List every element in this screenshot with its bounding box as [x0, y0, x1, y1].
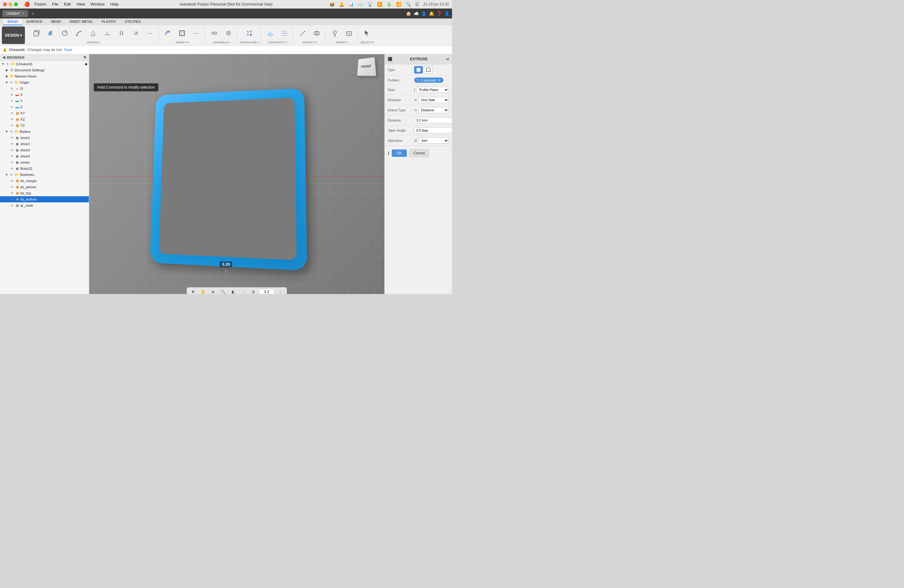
sidebar-item-bodies[interactable]: ▼ 👁 📁 Bodies — [0, 128, 89, 135]
viewport-display-icon[interactable]: ⬜ — [239, 289, 248, 294]
profiles-clear-icon[interactable]: ✕ — [438, 78, 441, 82]
sweep-tool[interactable] — [72, 27, 86, 41]
sidebar-item-ds-margin[interactable]: 👁 ▣ ds_margin — [0, 178, 89, 184]
viewport-zoom-icon[interactable]: 🔍 — [219, 289, 228, 294]
sidebar-item-qr-code[interactable]: 👁 ▣ qr_code — [0, 202, 89, 209]
tab-close-icon[interactable]: ✕ — [22, 12, 24, 15]
menu-help[interactable]: Help — [108, 1, 121, 7]
select-tool[interactable] — [360, 27, 374, 41]
shoe4-eye-icon[interactable]: 👁 — [10, 154, 14, 158]
offset-plane-tool[interactable] — [264, 27, 277, 41]
dimension-menu-icon[interactable]: ⋮ — [276, 289, 284, 294]
type-solid-button[interactable] — [414, 66, 423, 74]
viewport[interactable]: 3.20 ↑ Hold Command to modify selection … — [89, 54, 384, 294]
nav-cube-box[interactable]: FRONT — [357, 57, 376, 76]
assemble-label[interactable]: ASSEMBLE ▾ — [213, 41, 230, 44]
browser-settings-icon[interactable]: ⚙ — [83, 55, 86, 59]
sidebar-item-x[interactable]: 👁 ▬ X — [0, 92, 89, 98]
yz-eye-icon[interactable]: 👁 — [10, 123, 14, 128]
ok-button[interactable]: OK — [392, 149, 407, 157]
menu-file[interactable]: File — [49, 1, 61, 7]
save-link[interactable]: Save — [64, 47, 72, 52]
bodies-expand-icon[interactable]: ▼ — [5, 130, 9, 133]
panel-expand-icon[interactable]: ⇥ — [445, 57, 449, 62]
nav-cube[interactable]: FRONT — [357, 57, 381, 82]
xy-eye-icon[interactable]: 👁 — [10, 111, 14, 115]
extrude-tool[interactable] — [44, 27, 57, 41]
menu-fusion[interactable]: Fusion — [32, 1, 49, 7]
tab-home-icon[interactable]: 🏠 — [406, 11, 411, 16]
shoe3-eye-icon[interactable]: 👁 — [10, 148, 14, 152]
ds-top-eye-icon[interactable]: 👁 — [10, 191, 14, 195]
sketches-eye-icon[interactable]: 👁 — [9, 172, 14, 177]
tab-surface[interactable]: SURFACE — [22, 19, 47, 25]
doc-expand-icon[interactable]: ▶ — [5, 68, 9, 72]
body22-eye-icon[interactable]: 👁 — [10, 166, 14, 171]
sidebar-item-ds-top[interactable]: 👁 ▣ ds_top — [0, 190, 89, 196]
sidebar-item-shoe2[interactable]: 👁 ◼ shoe2 — [0, 141, 89, 147]
named-views-expand-icon[interactable]: ▶ — [5, 74, 9, 78]
viewport-rotate-icon[interactable]: ✋ — [199, 289, 207, 294]
close-button[interactable] — [3, 2, 7, 6]
insert-mesh-tool[interactable] — [328, 27, 341, 41]
traffic-lights[interactable] — [3, 2, 18, 6]
info-icon[interactable]: ℹ — [388, 151, 389, 156]
fillet-tool[interactable] — [161, 27, 175, 41]
control-center-icon[interactable]: ☰ — [415, 2, 419, 7]
motion-tool[interactable] — [222, 27, 235, 41]
sidebar-item-ds-pieces[interactable]: 👁 ▣ ds_pieces — [0, 184, 89, 190]
ds-bottom-eye-icon[interactable]: 👁 — [10, 197, 14, 201]
tab-user-icon[interactable]: 👤 — [421, 11, 427, 16]
root-eye-icon[interactable]: 👁 — [6, 62, 10, 66]
sidebar-item-shoe3[interactable]: 👁 ◼ shoe3 — [0, 147, 89, 153]
tab-cloud-icon[interactable]: ☁️ — [414, 11, 419, 16]
viewport-zoom-fit-icon[interactable]: ⊕ — [209, 289, 217, 294]
sidebar-item-named-views[interactable]: ▶ 📁 Named Views — [0, 73, 89, 79]
loft-tool[interactable] — [86, 27, 100, 41]
revolve-tool[interactable] — [58, 27, 72, 41]
rib-tool[interactable] — [101, 27, 114, 41]
x-eye-icon[interactable]: 👁 — [10, 93, 14, 97]
sidebar-item-shoe4[interactable]: 👁 ◼ shoe4 — [0, 153, 89, 159]
menu-edit[interactable]: Edit — [62, 1, 73, 7]
center-eye-icon[interactable]: 👁 — [10, 160, 14, 164]
sidebar-item-body22[interactable]: 👁 ◼ Body22 — [0, 166, 89, 172]
sidebar-item-center[interactable]: 👁 ◼ center — [0, 159, 89, 166]
type-surface-button[interactable] — [424, 66, 433, 74]
y-eye-icon[interactable]: 👁 — [10, 99, 14, 103]
sidebar-item-sketches[interactable]: ▼ 👁 📁 Sketches — [0, 172, 89, 178]
search-icon[interactable]: 🔍 — [406, 2, 411, 7]
tab-sheet-metal[interactable]: SHEET METAL — [65, 19, 98, 25]
ds-pieces-eye-icon[interactable]: 👁 — [10, 185, 14, 189]
z-eye-icon[interactable]: 👁 — [10, 105, 14, 109]
ds-margin-eye-icon[interactable]: 👁 — [10, 179, 14, 183]
sidebar-item-shoe1[interactable]: 👁 ◼ shoe1 — [0, 135, 89, 141]
sidebar-item-yz[interactable]: 👁 ▣ YZ — [0, 122, 89, 128]
taper-input[interactable] — [414, 127, 452, 133]
distance-input[interactable] — [414, 117, 452, 123]
construct-label[interactable]: CONSTRUCT ▾ — [267, 41, 287, 44]
modify-label[interactable]: MODIFY ▾ — [175, 41, 188, 44]
dimension-input-field[interactable] — [259, 289, 274, 294]
cancel-button[interactable]: Cancel — [409, 149, 428, 157]
box-tool[interactable] — [129, 27, 142, 41]
sidebar-item-doc-settings[interactable]: ▶ ⚙ Document Settings — [0, 67, 89, 73]
start-select[interactable]: Profile Plane — [416, 87, 449, 93]
xz-eye-icon[interactable]: 👁 — [10, 117, 14, 122]
apple-icon[interactable]: 🍎 — [24, 1, 30, 7]
more-create-tool[interactable]: ⋯ — [143, 27, 156, 41]
select-label[interactable]: SELECT ▾ — [361, 41, 374, 44]
menu-window[interactable]: Window — [88, 1, 107, 7]
extent-type-select[interactable]: Distance — [418, 107, 449, 113]
design-button[interactable]: DESIGN ▾ — [2, 27, 25, 44]
sidebar-item-xz[interactable]: 👁 ▣ XZ — [0, 116, 89, 122]
shoe1-eye-icon[interactable]: 👁 — [10, 136, 14, 140]
tab-help-icon[interactable]: ❓ — [437, 11, 442, 16]
midplane-tool[interactable] — [278, 27, 291, 41]
sketches-expand-icon[interactable]: ▼ — [5, 173, 9, 177]
sidebar-item-o[interactable]: 👁 ● O — [0, 85, 89, 92]
sidebar-item-z[interactable]: 👁 ▬ Z — [0, 104, 89, 110]
qr-code-eye-icon[interactable]: 👁 — [10, 203, 14, 207]
tab-solid[interactable]: SOLID — [3, 19, 22, 25]
joint-tool[interactable] — [207, 27, 221, 41]
